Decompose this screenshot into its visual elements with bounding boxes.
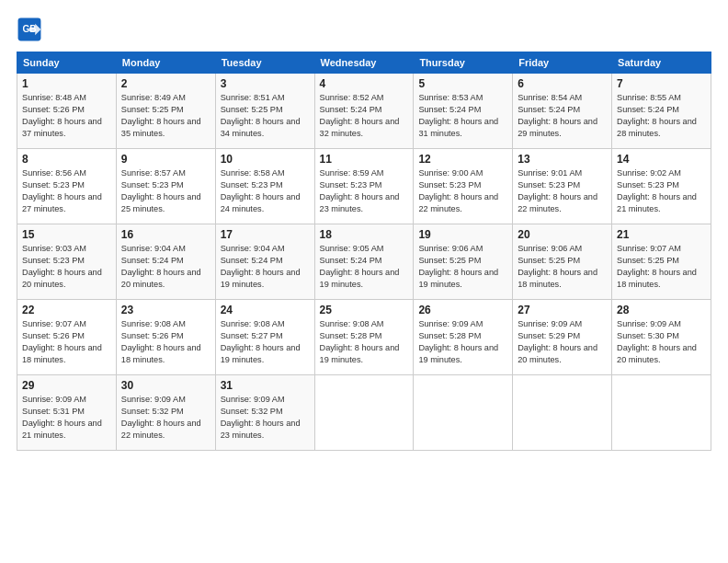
day-info: Sunrise: 9:09 AMSunset: 5:32 PMDaylight:… — [121, 394, 210, 442]
day-number: 16 — [121, 228, 210, 241]
calendar-cell: 16Sunrise: 9:04 AMSunset: 5:24 PMDayligh… — [116, 224, 215, 300]
logo-icon: GB — [17, 17, 42, 42]
weekday-header: Thursday — [414, 52, 513, 74]
calendar-cell: 24Sunrise: 9:08 AMSunset: 5:27 PMDayligh… — [215, 300, 314, 375]
calendar-cell: 26Sunrise: 9:09 AMSunset: 5:28 PMDayligh… — [414, 300, 513, 375]
weekday-header: Sunday — [17, 52, 117, 74]
calendar-cell: 25Sunrise: 9:08 AMSunset: 5:28 PMDayligh… — [314, 300, 414, 375]
day-info: Sunrise: 8:55 AMSunset: 5:24 PMDaylight:… — [617, 92, 706, 140]
calendar-cell — [314, 375, 414, 451]
calendar-cell: 12Sunrise: 9:00 AMSunset: 5:23 PMDayligh… — [414, 149, 513, 224]
day-info: Sunrise: 9:09 AMSunset: 5:28 PMDaylight:… — [418, 318, 507, 366]
day-number: 30 — [121, 379, 210, 392]
calendar-cell: 1Sunrise: 8:48 AMSunset: 5:26 PMDaylight… — [17, 74, 117, 149]
day-number: 5 — [418, 77, 507, 90]
logo: GB — [17, 17, 46, 42]
day-info: Sunrise: 8:51 AMSunset: 5:25 PMDaylight:… — [221, 92, 310, 140]
day-info: Sunrise: 9:08 AMSunset: 5:28 PMDaylight:… — [320, 318, 409, 366]
weekday-header: Tuesday — [215, 52, 314, 74]
day-info: Sunrise: 8:57 AMSunset: 5:23 PMDaylight:… — [121, 167, 210, 215]
day-number: 25 — [320, 304, 409, 316]
day-number: 9 — [121, 153, 210, 166]
day-number: 15 — [22, 228, 111, 241]
day-info: Sunrise: 8:48 AMSunset: 5:26 PMDaylight:… — [22, 92, 111, 140]
day-info: Sunrise: 9:01 AMSunset: 5:23 PMDaylight:… — [518, 167, 607, 215]
calendar-week: 1Sunrise: 8:48 AMSunset: 5:26 PMDaylight… — [17, 74, 711, 149]
calendar-cell — [414, 375, 513, 451]
day-number: 2 — [121, 77, 210, 90]
day-info: Sunrise: 9:09 AMSunset: 5:31 PMDaylight:… — [22, 394, 111, 442]
page: GB SundayMondayTuesdayWednesdayThursdayF… — [0, 0, 728, 563]
weekday-header: Friday — [513, 52, 612, 74]
weekday-header: Wednesday — [314, 52, 414, 74]
day-info: Sunrise: 9:07 AMSunset: 5:26 PMDaylight:… — [22, 318, 111, 366]
day-number: 11 — [320, 153, 409, 166]
calendar-week: 22Sunrise: 9:07 AMSunset: 5:26 PMDayligh… — [17, 300, 711, 375]
calendar-cell: 13Sunrise: 9:01 AMSunset: 5:23 PMDayligh… — [513, 149, 612, 224]
day-info: Sunrise: 9:05 AMSunset: 5:24 PMDaylight:… — [320, 243, 409, 291]
calendar-cell: 5Sunrise: 8:53 AMSunset: 5:24 PMDaylight… — [414, 74, 513, 149]
calendar-cell: 18Sunrise: 9:05 AMSunset: 5:24 PMDayligh… — [314, 224, 414, 300]
day-info: Sunrise: 9:08 AMSunset: 5:26 PMDaylight:… — [121, 318, 210, 366]
day-info: Sunrise: 9:02 AMSunset: 5:23 PMDaylight:… — [617, 167, 706, 215]
day-number: 24 — [221, 304, 310, 316]
day-info: Sunrise: 8:53 AMSunset: 5:24 PMDaylight:… — [418, 92, 507, 140]
weekday-header: Monday — [116, 52, 215, 74]
day-number: 6 — [518, 77, 607, 90]
calendar-cell: 30Sunrise: 9:09 AMSunset: 5:32 PMDayligh… — [116, 375, 215, 451]
calendar-header: SundayMondayTuesdayWednesdayThursdayFrid… — [17, 52, 711, 74]
calendar-cell: 19Sunrise: 9:06 AMSunset: 5:25 PMDayligh… — [414, 224, 513, 300]
day-number: 3 — [221, 77, 310, 90]
day-number: 14 — [617, 153, 706, 166]
day-number: 10 — [221, 153, 310, 166]
day-info: Sunrise: 9:07 AMSunset: 5:25 PMDaylight:… — [617, 243, 706, 291]
day-info: Sunrise: 8:56 AMSunset: 5:23 PMDaylight:… — [22, 167, 111, 215]
day-number: 22 — [22, 304, 111, 316]
day-info: Sunrise: 9:06 AMSunset: 5:25 PMDaylight:… — [418, 243, 507, 291]
day-number: 8 — [22, 153, 111, 166]
day-number: 27 — [518, 304, 607, 316]
day-info: Sunrise: 9:00 AMSunset: 5:23 PMDaylight:… — [418, 167, 507, 215]
calendar-cell: 14Sunrise: 9:02 AMSunset: 5:23 PMDayligh… — [612, 149, 711, 224]
day-info: Sunrise: 9:04 AMSunset: 5:24 PMDaylight:… — [121, 243, 210, 291]
calendar-week: 29Sunrise: 9:09 AMSunset: 5:31 PMDayligh… — [17, 375, 711, 451]
day-number: 1 — [22, 77, 111, 90]
day-info: Sunrise: 9:04 AMSunset: 5:24 PMDaylight:… — [221, 243, 310, 291]
day-number: 29 — [22, 379, 111, 392]
day-info: Sunrise: 8:59 AMSunset: 5:23 PMDaylight:… — [320, 167, 409, 215]
day-info: Sunrise: 9:09 AMSunset: 5:30 PMDaylight:… — [617, 318, 706, 366]
day-number: 21 — [617, 228, 706, 241]
day-number: 23 — [121, 304, 210, 316]
day-info: Sunrise: 8:52 AMSunset: 5:24 PMDaylight:… — [320, 92, 409, 140]
calendar-cell: 10Sunrise: 8:58 AMSunset: 5:23 PMDayligh… — [215, 149, 314, 224]
calendar-cell: 6Sunrise: 8:54 AMSunset: 5:24 PMDaylight… — [513, 74, 612, 149]
day-number: 12 — [418, 153, 507, 166]
day-number: 4 — [320, 77, 409, 90]
calendar-cell — [513, 375, 612, 451]
day-info: Sunrise: 8:54 AMSunset: 5:24 PMDaylight:… — [518, 92, 607, 140]
day-number: 19 — [418, 228, 507, 241]
day-number: 31 — [221, 379, 310, 392]
calendar-cell: 23Sunrise: 9:08 AMSunset: 5:26 PMDayligh… — [116, 300, 215, 375]
calendar-cell: 31Sunrise: 9:09 AMSunset: 5:32 PMDayligh… — [215, 375, 314, 451]
calendar-cell: 9Sunrise: 8:57 AMSunset: 5:23 PMDaylight… — [116, 149, 215, 224]
calendar-cell: 4Sunrise: 8:52 AMSunset: 5:24 PMDaylight… — [314, 74, 414, 149]
day-number: 28 — [617, 304, 706, 316]
calendar-cell: 8Sunrise: 8:56 AMSunset: 5:23 PMDaylight… — [17, 149, 117, 224]
calendar-cell: 17Sunrise: 9:04 AMSunset: 5:24 PMDayligh… — [215, 224, 314, 300]
calendar-cell: 20Sunrise: 9:06 AMSunset: 5:25 PMDayligh… — [513, 224, 612, 300]
day-info: Sunrise: 8:49 AMSunset: 5:25 PMDaylight:… — [121, 92, 210, 140]
day-number: 18 — [320, 228, 409, 241]
weekday-row: SundayMondayTuesdayWednesdayThursdayFrid… — [17, 52, 711, 74]
calendar-week: 8Sunrise: 8:56 AMSunset: 5:23 PMDaylight… — [17, 149, 711, 224]
calendar-cell: 2Sunrise: 8:49 AMSunset: 5:25 PMDaylight… — [116, 74, 215, 149]
calendar-cell: 3Sunrise: 8:51 AMSunset: 5:25 PMDaylight… — [215, 74, 314, 149]
day-info: Sunrise: 9:09 AMSunset: 5:29 PMDaylight:… — [518, 318, 607, 366]
calendar-cell: 22Sunrise: 9:07 AMSunset: 5:26 PMDayligh… — [17, 300, 117, 375]
calendar-cell — [612, 375, 711, 451]
day-info: Sunrise: 9:08 AMSunset: 5:27 PMDaylight:… — [221, 318, 310, 366]
calendar-cell: 7Sunrise: 8:55 AMSunset: 5:24 PMDaylight… — [612, 74, 711, 149]
day-number: 20 — [518, 228, 607, 241]
calendar-cell: 28Sunrise: 9:09 AMSunset: 5:30 PMDayligh… — [612, 300, 711, 375]
day-info: Sunrise: 9:06 AMSunset: 5:25 PMDaylight:… — [518, 243, 607, 291]
